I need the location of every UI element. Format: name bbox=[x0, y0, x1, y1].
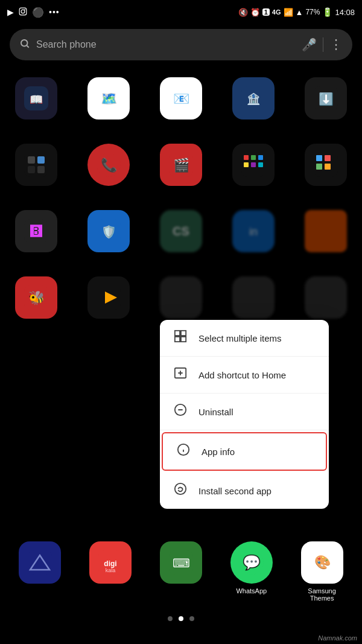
app-icon-movies: 🎬 bbox=[160, 144, 202, 186]
search-divider bbox=[323, 37, 323, 52]
page-dot-3 bbox=[189, 616, 194, 621]
svg-line-4 bbox=[27, 45, 28, 47]
app-abstract[interactable] bbox=[5, 534, 75, 609]
signal-icon: 📶 bbox=[284, 8, 293, 17]
app-icon-blurred1 bbox=[160, 276, 202, 319]
app-maps[interactable]: 🗺️ bbox=[72, 70, 145, 127]
svg-rect-28 bbox=[244, 162, 249, 167]
context-menu: Select multiple items Add shortcut to Ho… bbox=[160, 320, 329, 509]
status-bar-right: 🔇 ⏰ 1 4G 📶 ▲ 77% 🔋 14:08 bbox=[238, 7, 355, 17]
svg-rect-25 bbox=[244, 155, 249, 160]
bottom-area: digikala ⌨ 💬 WhatsApp 🎨 Samsung Themes bbox=[0, 534, 362, 626]
search-bar[interactable]: Search phone 🎤 ⋮ bbox=[10, 29, 352, 60]
svg-text:💬: 💬 bbox=[243, 553, 261, 571]
svg-text:📧: 📧 bbox=[173, 91, 190, 107]
select-multiple-icon bbox=[172, 330, 189, 346]
app-icon-cb: 🅱 bbox=[15, 210, 57, 252]
notification-badge: 1 bbox=[262, 8, 270, 16]
svg-rect-48 bbox=[181, 337, 186, 342]
svg-rect-27 bbox=[258, 155, 263, 160]
svg-text:⬇️: ⬇️ bbox=[319, 92, 334, 106]
svg-rect-33 bbox=[325, 155, 331, 161]
alarm-icon: ⏰ bbox=[250, 8, 260, 17]
menu-label-install-second: Install second app bbox=[198, 486, 272, 496]
4g-label: 4G bbox=[272, 8, 281, 16]
install-second-icon bbox=[172, 482, 189, 499]
svg-text:🐝: 🐝 bbox=[28, 290, 45, 306]
app-p1[interactable] bbox=[0, 136, 72, 193]
svg-text:in: in bbox=[249, 226, 258, 238]
app-icon-green: ⌨ bbox=[160, 541, 202, 584]
app-icon-downloader: ⬇️ bbox=[305, 77, 347, 120]
page-dot-1 bbox=[168, 616, 173, 621]
svg-text:🅱: 🅱 bbox=[30, 225, 42, 238]
menu-label-app-info: App info bbox=[202, 447, 235, 457]
menu-item-app-info[interactable]: App info bbox=[162, 432, 327, 471]
svg-rect-19 bbox=[37, 166, 45, 173]
app-blurred2 bbox=[217, 269, 290, 326]
app-downloader[interactable]: ⬇️ bbox=[290, 70, 362, 127]
app-multi1[interactable] bbox=[217, 136, 290, 193]
app-bank[interactable]: 🏦 bbox=[217, 70, 290, 127]
app-grid-row1: 📖 🗺️ 📧 🏦 ⬇️ bbox=[0, 65, 362, 132]
menu-item-install-second[interactable]: Install second app bbox=[160, 473, 329, 509]
app-icon-rahkar: 📖 bbox=[15, 77, 57, 120]
uninstall-icon bbox=[172, 403, 189, 420]
app-label-whatsapp: WhatsApp bbox=[236, 587, 267, 595]
app-samsung-themes[interactable]: 🎨 Samsung Themes bbox=[287, 534, 357, 609]
app-linkedin[interactable]: in bbox=[217, 203, 290, 260]
instagram-icon bbox=[19, 7, 27, 18]
clock: 14:08 bbox=[335, 8, 355, 17]
app-icon-maps: 🗺️ bbox=[87, 77, 130, 120]
search-icon bbox=[19, 38, 30, 51]
app-icon-vpn: 🛡️ bbox=[87, 210, 130, 252]
svg-text:🎬: 🎬 bbox=[173, 157, 190, 173]
battery-icon: 🔋 bbox=[322, 7, 332, 17]
menu-item-select-multiple[interactable]: Select multiple items bbox=[160, 320, 329, 357]
app-info-icon bbox=[175, 443, 192, 460]
app-red[interactable]: 🐝 bbox=[0, 269, 72, 326]
svg-text:🛡️: 🛡️ bbox=[101, 225, 116, 239]
mute-icon: 🔇 bbox=[238, 8, 248, 17]
app-icon-digikala: digikala bbox=[89, 541, 132, 584]
svg-text:🎨: 🎨 bbox=[314, 554, 331, 570]
app-cb[interactable]: 🅱 bbox=[0, 203, 72, 260]
app-vpn[interactable]: 🛡️ bbox=[72, 203, 145, 260]
wifi-icon: ▲ bbox=[296, 8, 303, 17]
app-orange[interactable] bbox=[290, 203, 362, 260]
svg-rect-15 bbox=[24, 153, 48, 177]
app-whatsapp[interactable]: 💬 WhatsApp bbox=[216, 534, 287, 609]
svg-point-58 bbox=[175, 483, 186, 494]
menu-label-add-shortcut: Add shortcut to Home bbox=[198, 370, 286, 380]
app-movies[interactable]: 🎬 bbox=[145, 136, 217, 193]
app-cs[interactable]: CS bbox=[145, 203, 217, 260]
mic-icon[interactable]: 🎤 bbox=[302, 37, 317, 52]
svg-rect-26 bbox=[251, 155, 256, 160]
page-dot-2 bbox=[179, 616, 183, 621]
app-dialer-pro[interactable]: 📞 bbox=[72, 136, 145, 193]
app-digikala[interactable]: digikala bbox=[75, 534, 146, 609]
watermark: Namnak.com bbox=[318, 634, 357, 642]
app-gmail[interactable]: 📧 bbox=[145, 70, 217, 127]
svg-text:🗺️: 🗺️ bbox=[101, 91, 118, 107]
app-rahkar[interactable]: 📖 bbox=[0, 70, 72, 127]
svg-rect-0 bbox=[19, 8, 27, 15]
status-bar-left: ▶ ⚫ ••• bbox=[7, 7, 60, 18]
app-grid-row3: 🅱 🛡️ CS in bbox=[0, 198, 362, 264]
menu-item-add-shortcut[interactable]: Add shortcut to Home bbox=[160, 357, 329, 394]
more-options-icon[interactable]: ⋮ bbox=[329, 37, 343, 53]
app-player[interactable] bbox=[72, 269, 145, 326]
svg-rect-16 bbox=[28, 156, 35, 164]
app-icon-bank: 🏦 bbox=[232, 77, 275, 120]
svg-text:kala: kala bbox=[106, 567, 116, 573]
app-icon-orange bbox=[305, 210, 347, 252]
app-icon-multi1 bbox=[232, 144, 275, 186]
app-multi2[interactable] bbox=[290, 136, 362, 193]
app-blurred3 bbox=[290, 269, 362, 326]
app-icon-gmail: 📧 bbox=[160, 77, 202, 120]
menu-item-uninstall[interactable]: Uninstall bbox=[160, 394, 329, 430]
person-icon: ⚫ bbox=[32, 7, 44, 18]
svg-text:⌨: ⌨ bbox=[172, 556, 189, 570]
svg-text:📞: 📞 bbox=[101, 157, 118, 173]
app-green[interactable]: ⌨ bbox=[146, 534, 217, 609]
